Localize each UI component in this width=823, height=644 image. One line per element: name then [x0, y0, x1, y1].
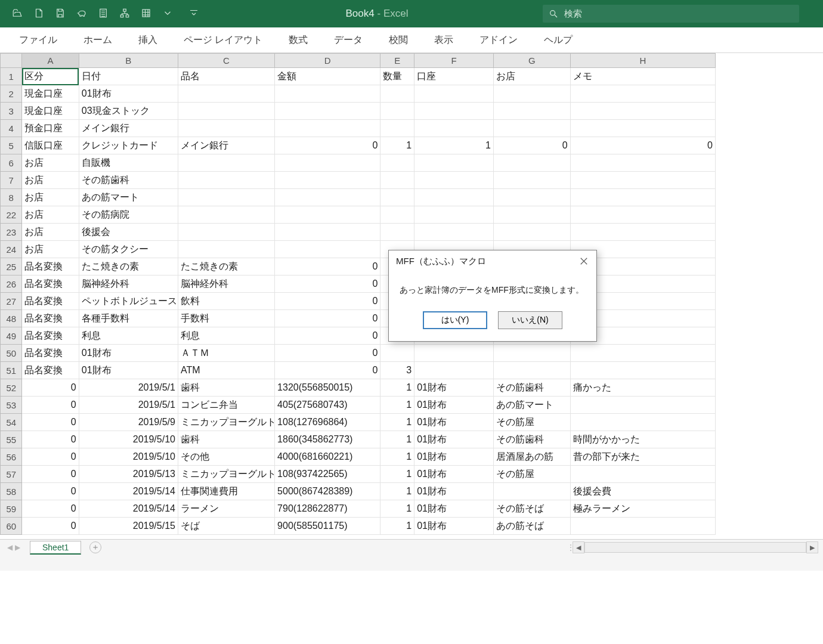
cell[interactable]: 1 [380, 379, 414, 397]
cell[interactable] [275, 172, 380, 189]
cell[interactable] [275, 224, 380, 241]
cell[interactable]: 0 [22, 500, 79, 518]
cell[interactable]: 01財布 [414, 379, 494, 397]
row-header[interactable]: 57 [1, 466, 22, 483]
column-header[interactable]: F [414, 54, 494, 68]
ribbon-tab[interactable]: アドイン [466, 28, 531, 52]
cell[interactable]: 数量 [380, 68, 414, 85]
cell[interactable] [178, 120, 274, 137]
cell[interactable]: 1 [380, 483, 414, 500]
column-header[interactable]: A [22, 54, 79, 68]
cell[interactable] [275, 120, 380, 137]
cell[interactable] [570, 397, 715, 414]
cell[interactable]: 歯科 [178, 431, 274, 448]
cell[interactable] [380, 172, 414, 189]
ribbon-tab[interactable]: ページ レイアウト [171, 28, 276, 52]
select-all-corner[interactable] [1, 54, 22, 68]
add-sheet-button[interactable]: ＋ [89, 541, 101, 553]
hierarchy-icon[interactable] [119, 8, 130, 20]
cell[interactable] [380, 224, 414, 241]
cell[interactable] [380, 103, 414, 120]
cell[interactable]: 品名変換 [22, 327, 79, 345]
cell[interactable] [570, 414, 715, 431]
cell[interactable] [178, 172, 274, 189]
cell[interactable] [570, 189, 715, 206]
cell[interactable]: 後援会費 [570, 483, 715, 500]
cell[interactable]: 2019/5/1 [79, 397, 178, 414]
cell[interactable] [493, 345, 570, 362]
row-header[interactable]: 8 [1, 189, 22, 206]
cell[interactable] [493, 362, 570, 379]
cell[interactable]: 1 [380, 397, 414, 414]
cell[interactable] [178, 189, 274, 206]
cell[interactable]: ミニカップヨーグルト [178, 414, 274, 431]
cell[interactable]: 品名変換 [22, 310, 79, 327]
cell[interactable] [380, 120, 414, 137]
cell[interactable] [380, 345, 414, 362]
ribbon-tab[interactable]: データ [321, 28, 376, 52]
cell[interactable] [570, 518, 715, 535]
row-header[interactable]: 22 [1, 206, 22, 224]
cell[interactable]: 2019/5/13 [79, 466, 178, 483]
cell[interactable]: 品名変換 [22, 345, 79, 362]
cell[interactable]: メイン銀行 [178, 137, 274, 154]
cell[interactable] [275, 154, 380, 172]
open-icon[interactable] [12, 8, 23, 20]
cell[interactable]: 0 [275, 258, 380, 275]
row-header[interactable]: 54 [1, 414, 22, 431]
cell[interactable]: メイン銀行 [79, 120, 178, 137]
customize-qat-icon[interactable] [188, 8, 199, 20]
cell[interactable] [178, 206, 274, 224]
ribbon-tab[interactable]: 校閲 [376, 28, 421, 52]
cell[interactable] [414, 120, 494, 137]
cell[interactable]: 脳神経外科 [79, 275, 178, 293]
cell[interactable]: 2019/5/10 [79, 431, 178, 448]
cell[interactable]: 1 [380, 518, 414, 535]
cell[interactable]: 利息 [178, 327, 274, 345]
ribbon-tab[interactable]: ホーム [70, 28, 125, 52]
cell[interactable]: コンビニ弁当 [178, 397, 274, 414]
cell[interactable]: 790(128622877) [275, 500, 380, 518]
cell[interactable]: 脳神経外科 [178, 275, 274, 293]
cell[interactable] [493, 120, 570, 137]
cell[interactable] [570, 172, 715, 189]
cell[interactable]: 2019/5/9 [79, 414, 178, 431]
cell[interactable]: 預金口座 [22, 120, 79, 137]
cell[interactable]: 108(127696864) [275, 414, 380, 431]
row-header[interactable]: 26 [1, 275, 22, 293]
sheet-tab[interactable]: Sheet1 [30, 541, 81, 555]
row-header[interactable]: 50 [1, 345, 22, 362]
cell[interactable] [414, 362, 494, 379]
cell[interactable] [275, 189, 380, 206]
cell[interactable]: 5000(867428389) [275, 483, 380, 500]
cell[interactable]: 自販機 [79, 154, 178, 172]
row-header[interactable]: 4 [1, 120, 22, 137]
cell[interactable] [275, 103, 380, 120]
cell[interactable] [570, 120, 715, 137]
row-header[interactable]: 55 [1, 431, 22, 448]
cell[interactable] [414, 103, 494, 120]
cell[interactable] [493, 154, 570, 172]
cell[interactable] [570, 466, 715, 483]
cell[interactable]: 01財布 [79, 345, 178, 362]
cell[interactable]: 1 [380, 431, 414, 448]
cell[interactable] [178, 103, 274, 120]
cell[interactable]: 0 [22, 483, 79, 500]
cell[interactable] [380, 189, 414, 206]
cell[interactable] [493, 85, 570, 103]
cell[interactable]: 2019/5/14 [79, 500, 178, 518]
cell[interactable]: 2019/5/14 [79, 483, 178, 500]
cell[interactable] [380, 85, 414, 103]
cell[interactable]: お店 [22, 206, 79, 224]
cell[interactable]: お店 [493, 68, 570, 85]
cell[interactable]: 1 [380, 137, 414, 154]
cell[interactable] [493, 172, 570, 189]
row-header[interactable]: 52 [1, 379, 22, 397]
cell[interactable]: クレジットカード [79, 137, 178, 154]
cell[interactable]: 痛かった [570, 379, 715, 397]
cell[interactable]: 後援会 [79, 224, 178, 241]
no-button[interactable]: いいえ(N) [498, 311, 562, 329]
cell[interactable]: 金額 [275, 68, 380, 85]
cell[interactable]: 0 [275, 293, 380, 310]
cell[interactable]: その筋歯科 [493, 379, 570, 397]
